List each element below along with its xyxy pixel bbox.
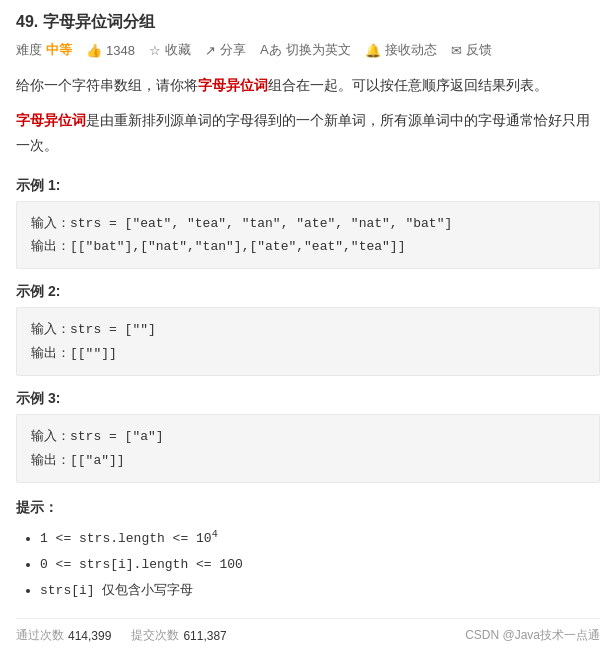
anagram-def-text: 是由重新排列源单词的字母得到的一个新单词，所有源单词中的字母通常恰好只用一次。 [16,112,590,153]
example2-title: 示例 2: [16,283,600,301]
translate-item[interactable]: Aあ 切换为英文 [260,41,351,59]
example1-code: 输入：strs = ["eat", "tea", "tan", "ate", "… [16,201,600,270]
example2-input-value: strs = [""] [70,322,156,337]
example3-output-line: 输出：[["a"]] [31,449,585,472]
example1-output-label: 输出： [31,239,70,254]
footer-stats: 通过次数 414,399 提交次数 611,387 [16,627,227,644]
example2-input-label: 输入： [31,322,70,337]
example1-input-value: strs = ["eat", "tea", "tan", "ate", "nat… [70,216,452,231]
example1-output-value: [["bat"],["nat","tan"],["ate","eat","tea… [70,239,405,254]
example2-code: 输入：strs = [""] 输出：[[""]] [16,307,600,376]
notify-label: 接收动态 [385,41,437,59]
example2-input-line: 输入：strs = [""] [31,318,585,341]
example3-output-value: [["a"]] [70,453,125,468]
translate-icon: Aあ [260,41,282,59]
example3-output-label: 输出： [31,453,70,468]
collect-label: 收藏 [165,41,191,59]
anagram-keyword: 字母异位词 [16,112,86,128]
desc-highlight: 字母异位词 [198,77,268,93]
footer: 通过次数 414,399 提交次数 611,387 CSDN @Java技术一点… [16,618,600,644]
share-item[interactable]: ↗ 分享 [205,41,246,59]
description: 给你一个字符串数组，请你将字母异位词组合在一起。可以按任意顺序返回结果列表。 [16,73,600,98]
difficulty-value: 中等 [46,41,72,59]
example1-title: 示例 1: [16,177,600,195]
example2-section: 示例 2: 输入：strs = [""] 输出：[[""]] [16,283,600,376]
pass-stat: 通过次数 414,399 [16,627,111,644]
hint3-item: strs[i] 仅包含小写字母 [40,578,600,604]
pass-label: 通过次数 [16,627,64,644]
example2-output-line: 输出：[[""]] [31,342,585,365]
feedback-item[interactable]: ✉ 反馈 [451,41,492,59]
star-icon: ☆ [149,43,161,58]
example3-input-value: strs = ["a"] [70,429,164,444]
hints-section: 提示： 1 <= strs.length <= 104 0 <= strs[i]… [16,499,600,604]
share-icon: ↗ [205,43,216,58]
anagram-definition: 字母异位词是由重新排列源单词的字母得到的一个新单词，所有源单词中的字母通常恰好只… [16,108,600,158]
share-label: 分享 [220,41,246,59]
likes-count: 1348 [106,43,135,58]
desc-text-1: 给你一个字符串数组，请你将 [16,77,198,93]
notify-item[interactable]: 🔔 接收动态 [365,41,437,59]
meta-row: 难度 中等 👍 1348 ☆ 收藏 ↗ 分享 Aあ 切换为英文 🔔 接收动态 ✉… [16,41,600,59]
likes-item[interactable]: 👍 1348 [86,43,135,58]
example2-output-label: 输出： [31,346,70,361]
difficulty-item: 难度 中等 [16,41,72,59]
hint3-text: strs[i] 仅包含小写字母 [40,583,193,598]
hints-title: 提示： [16,499,600,517]
submit-value: 611,387 [183,629,226,643]
footer-brand: CSDN @Java技术一点通 [465,627,600,644]
example3-input-label: 输入： [31,429,70,444]
hint1-item: 1 <= strs.length <= 104 [40,525,600,552]
hints-list: 1 <= strs.length <= 104 0 <= strs[i].len… [16,525,600,604]
collect-item[interactable]: ☆ 收藏 [149,41,191,59]
bell-icon: 🔔 [365,43,381,58]
page-container: 49. 字母异位词分组 难度 中等 👍 1348 ☆ 收藏 ↗ 分享 Aあ 切换… [0,0,616,656]
submit-label: 提交次数 [131,627,179,644]
thumbs-up-icon: 👍 [86,43,102,58]
hint1-text: 1 <= strs.length <= 10 [40,531,212,546]
submit-stat: 提交次数 611,387 [131,627,226,644]
desc-text-2: 组合在一起。可以按任意顺序返回结果列表。 [268,77,548,93]
translate-label: 切换为英文 [286,41,351,59]
example1-output-line: 输出：[["bat"],["nat","tan"],["ate","eat","… [31,235,585,258]
feedback-icon: ✉ [451,43,462,58]
example1-input-label: 输入： [31,216,70,231]
hint1-sup: 4 [212,529,218,540]
hint2-item: 0 <= strs[i].length <= 100 [40,552,600,578]
example1-section: 示例 1: 输入：strs = ["eat", "tea", "tan", "a… [16,177,600,270]
feedback-label: 反馈 [466,41,492,59]
difficulty-label: 难度 [16,41,42,59]
example3-code: 输入：strs = ["a"] 输出：[["a"]] [16,414,600,483]
page-title: 49. 字母异位词分组 [16,12,600,33]
example2-output-value: [[""]] [70,346,117,361]
example3-input-line: 输入：strs = ["a"] [31,425,585,448]
example1-input-line: 输入：strs = ["eat", "tea", "tan", "ate", "… [31,212,585,235]
pass-value: 414,399 [68,629,111,643]
example3-title: 示例 3: [16,390,600,408]
hint2-text: 0 <= strs[i].length <= 100 [40,557,243,572]
example3-section: 示例 3: 输入：strs = ["a"] 输出：[["a"]] [16,390,600,483]
